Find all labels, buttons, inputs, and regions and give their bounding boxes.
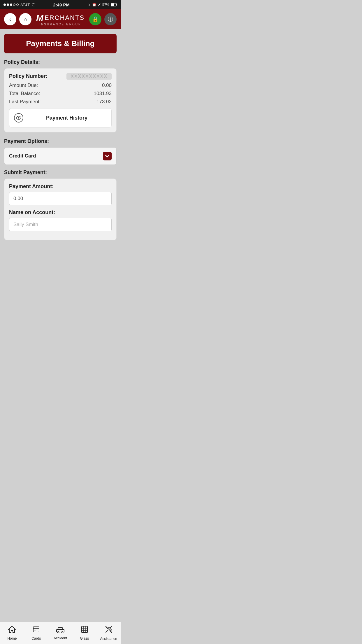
nav-bar: ‹ ⌂ M ERCHANTS INSURANCE GROUP 🔒 ⓘ <box>0 9 121 29</box>
info-icon: ⓘ <box>108 16 113 23</box>
status-right: ▷ ⏰ ✗ 57% <box>88 3 117 7</box>
info-button[interactable]: ⓘ <box>104 13 117 25</box>
nav-left-buttons: ‹ ⌂ <box>4 13 31 25</box>
payment-options-dropdown[interactable]: Credit Card <box>4 147 117 165</box>
logo-text: M ERCHANTS <box>36 13 85 23</box>
back-button[interactable]: ‹ <box>4 13 16 25</box>
policy-number-value: XXXXXXXXXX <box>66 73 112 80</box>
status-left: AT&T ∈ <box>3 3 35 7</box>
lock-button[interactable]: 🔒 <box>89 13 101 25</box>
battery-label: 57% <box>102 3 109 7</box>
signal-dot-2 <box>7 4 9 6</box>
payment-options-section: Payment Options: Credit Card <box>4 138 117 165</box>
chevron-down-icon <box>103 152 112 160</box>
last-payment-row: Last Payment: 173.02 <box>9 99 112 105</box>
payment-history-label: Payment History <box>27 115 107 121</box>
svg-point-4 <box>18 117 20 119</box>
payment-history-button[interactable]: Payment History <box>9 108 112 127</box>
chevron-svg <box>105 155 109 158</box>
nav-right-buttons: 🔒 ⓘ <box>89 13 117 25</box>
amount-due-value: 0.00 <box>102 83 112 88</box>
payment-options-label: Payment Options: <box>4 138 117 144</box>
main-content: Payments & Billing Policy Details: Polic… <box>0 29 121 267</box>
page-title-banner: Payments & Billing <box>4 34 117 53</box>
status-bar: AT&T ∈ 2:49 PM ▷ ⏰ ✗ 57% <box>0 0 121 9</box>
total-balance-row: Total Balance: 1031.93 <box>9 91 112 97</box>
battery-icon <box>111 3 117 6</box>
last-payment-label: Last Payment: <box>9 99 41 105</box>
payment-amount-label: Payment Amount: <box>9 183 112 190</box>
logo: M ERCHANTS INSURANCE GROUP <box>36 13 85 26</box>
signal-dot-1 <box>3 4 6 6</box>
logo-merchants: ERCHANTS <box>45 14 85 22</box>
total-balance-label: Total Balance: <box>9 91 40 97</box>
lock-icon: 🔒 <box>92 16 99 22</box>
payment-amount-input[interactable] <box>9 192 112 205</box>
amount-due-label: Amount Due: <box>9 83 38 88</box>
policy-details-label: Policy Details: <box>4 59 117 65</box>
submit-payment-section: Submit Payment: Payment Amount: Name on … <box>4 169 117 240</box>
logo-m: M <box>36 13 44 23</box>
home-icon: ⌂ <box>24 16 27 22</box>
submit-payment-label: Submit Payment: <box>4 169 117 176</box>
signal-dot-5 <box>16 4 19 6</box>
selected-payment-option: Credit Card <box>9 153 36 159</box>
logo-subtext: INSURANCE GROUP <box>39 23 81 26</box>
bluetooth-icon: ✗ <box>98 3 101 7</box>
policy-number-label: Policy Number: <box>9 73 48 80</box>
signal-dot-4 <box>13 4 15 6</box>
signal-dot-3 <box>10 4 12 6</box>
total-balance-value: 1031.93 <box>94 91 112 97</box>
last-payment-value: 173.02 <box>96 99 112 105</box>
policy-card: Policy Number: XXXXXXXXXX Amount Due: 0.… <box>4 68 117 132</box>
alarm-icon: ⏰ <box>92 3 96 7</box>
eye-icon <box>14 113 23 123</box>
status-time: 2:49 PM <box>53 2 70 7</box>
carrier-label: AT&T <box>20 3 30 7</box>
page-title: Payments & Billing <box>26 39 95 48</box>
home-button[interactable]: ⌂ <box>19 13 31 25</box>
name-on-account-label: Name on Account: <box>9 209 112 216</box>
eye-svg <box>16 116 21 120</box>
svg-rect-1 <box>117 4 117 6</box>
wifi-icon: ∈ <box>31 3 35 7</box>
location-icon: ▷ <box>88 3 91 7</box>
back-icon: ‹ <box>9 16 11 22</box>
name-on-account-input[interactable] <box>9 218 112 231</box>
amount-due-row: Amount Due: 0.00 <box>9 83 112 88</box>
policy-number-row: Policy Number: XXXXXXXXXX <box>9 73 112 80</box>
svg-rect-2 <box>111 4 114 6</box>
payment-form-card: Payment Amount: Name on Account: <box>4 178 117 240</box>
